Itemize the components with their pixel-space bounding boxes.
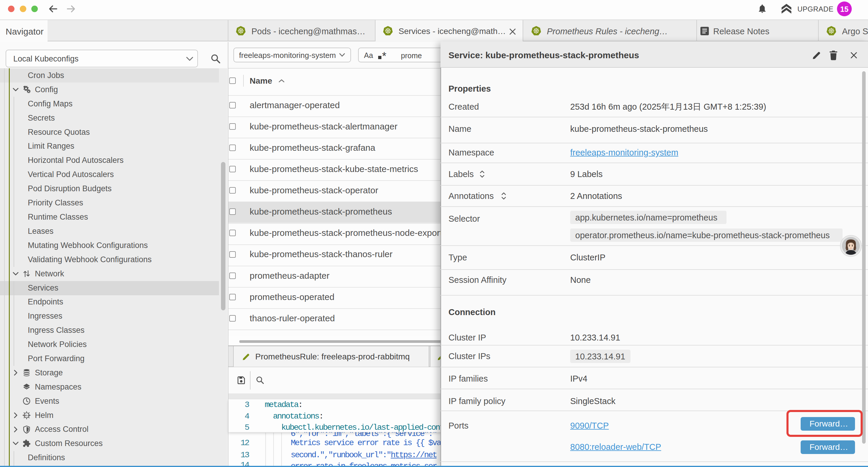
svg-text:HELM: HELM bbox=[23, 414, 30, 417]
